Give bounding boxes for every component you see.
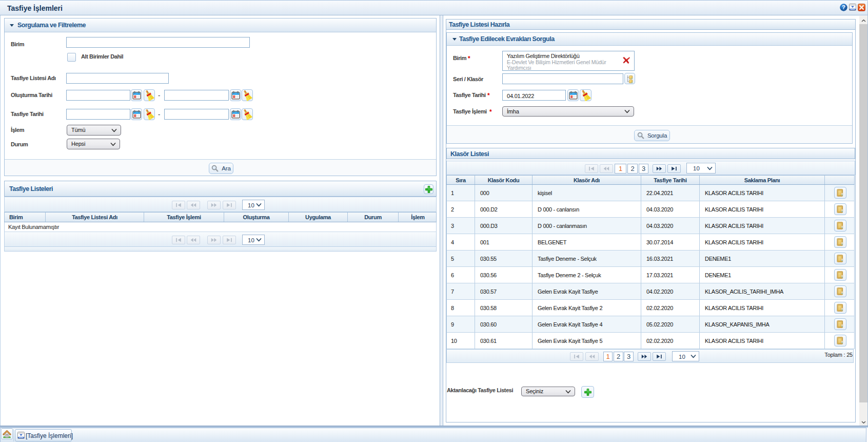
svg-text:?: ? [842,4,845,10]
